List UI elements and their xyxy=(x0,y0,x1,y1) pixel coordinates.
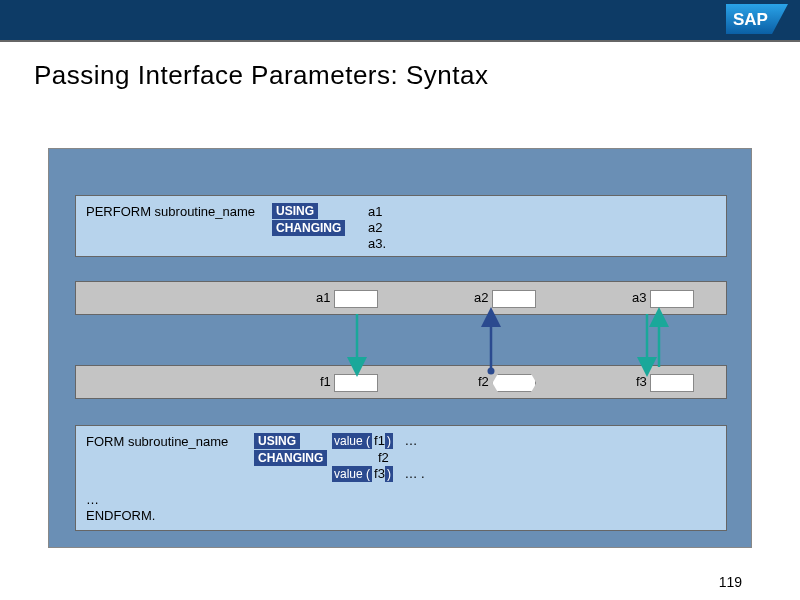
f3-label: f3 xyxy=(636,374,647,389)
f1-label: f1 xyxy=(320,374,331,389)
value-open-1: value ( xyxy=(332,433,372,449)
dots-1: … xyxy=(405,433,418,448)
form-changing: CHANGING xyxy=(254,450,327,466)
a1-label: a1 xyxy=(316,290,330,305)
value-open-3: value ( xyxy=(332,466,372,482)
f2-box xyxy=(492,374,536,392)
form-f3: f3 xyxy=(374,466,385,481)
form-f1: f1 xyxy=(374,433,385,448)
endform: ENDFORM. xyxy=(86,508,155,523)
a3-label: a3 xyxy=(632,290,646,305)
sap-logo-text: SAP xyxy=(733,10,768,29)
f2-label: f2 xyxy=(478,374,489,389)
slide-title: Passing Interface Parameters: Syntax xyxy=(34,60,800,91)
perform-block: PERFORM subroutine_name USING CHANGING a… xyxy=(75,195,727,257)
form-using: USING xyxy=(254,433,300,449)
actual-params-row: a1 a2 a3 xyxy=(75,281,727,315)
main-panel: PERFORM subroutine_name USING CHANGING a… xyxy=(48,148,752,548)
changing-keyword: CHANGING xyxy=(272,220,345,236)
perform-a2: a2 xyxy=(368,220,382,235)
value-close-3: ) xyxy=(385,466,393,482)
perform-a3: a3. xyxy=(368,236,386,251)
header-rule xyxy=(0,40,800,42)
page-number: 119 xyxy=(719,574,742,590)
a2-box xyxy=(492,290,536,308)
form-keyword: FORM subroutine_name xyxy=(86,434,228,449)
using-keyword: USING xyxy=(272,203,318,219)
f1-box xyxy=(334,374,378,392)
perform-keyword: PERFORM subroutine_name xyxy=(86,204,255,219)
a1-box xyxy=(334,290,378,308)
a2-label: a2 xyxy=(474,290,488,305)
perform-a1: a1 xyxy=(368,204,382,219)
form-block: FORM subroutine_name USING CHANGING valu… xyxy=(75,425,727,531)
form-ellipsis: … xyxy=(86,492,99,507)
a3-box xyxy=(650,290,694,308)
formal-params-row: f1 f2 f3 xyxy=(75,365,727,399)
value-close-1: ) xyxy=(385,433,393,449)
f3-box xyxy=(650,374,694,392)
dots-2: … . xyxy=(405,466,425,481)
sap-logo: SAP xyxy=(726,4,788,38)
form-f2: f2 xyxy=(378,450,389,465)
header-bar: SAP xyxy=(0,0,800,40)
